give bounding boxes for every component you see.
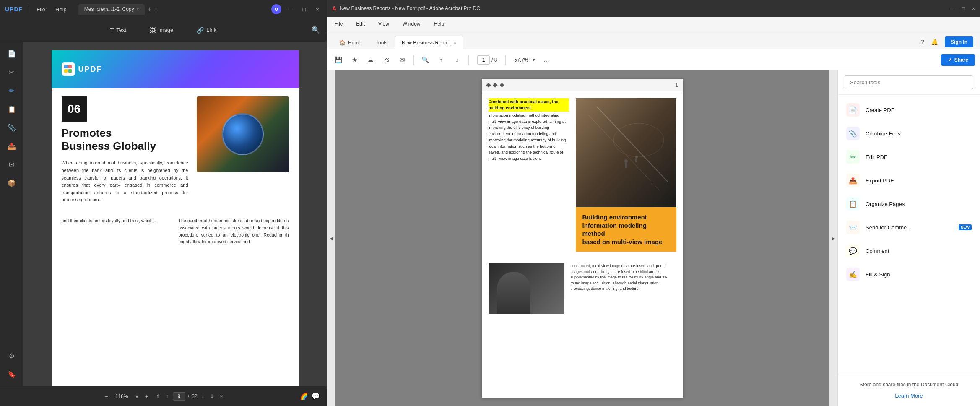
building-svg: [576, 98, 676, 207]
acrobat-highlighted-text: Combined with practical cases, the build…: [489, 98, 569, 112]
svg-rect-1: [68, 65, 72, 68]
updf-tab-close[interactable]: ×: [137, 7, 139, 12]
updf-color-icon[interactable]: 🌈: [300, 392, 308, 400]
acrobat-tool-comment[interactable]: 💬 Comment: [838, 239, 980, 263]
updf-col-right-text: The number of human mistakes, labor and …: [179, 218, 289, 244]
updf-image-label: Image: [158, 27, 173, 33]
sidebar-icon-settings[interactable]: ⚙: [3, 347, 20, 364]
updf-zoom-value: 118%: [112, 393, 131, 399]
acrobat-window-controls: — □ ×: [950, 5, 975, 12]
acrobat-close-btn[interactable]: ×: [972, 5, 975, 12]
acrobat-main: ◀ 1 Combined with practical cases, the b…: [327, 70, 980, 406]
updf-current-page[interactable]: [173, 392, 185, 401]
acrobat-upload-btn[interactable]: ↑: [435, 54, 447, 66]
updf-avatar[interactable]: U: [271, 4, 281, 14]
updf-image-tool[interactable]: 🖼 Image: [145, 24, 178, 36]
acrobat-download-btn[interactable]: ↓: [451, 54, 463, 66]
globe-circle: [222, 113, 264, 155]
acrobat-page-input[interactable]: [477, 55, 490, 65]
acrobat-page-container: 1 Combined with practical cases, the bui…: [482, 79, 683, 398]
acrobat-minimize-btn[interactable]: —: [950, 5, 955, 12]
sidebar-icon-export[interactable]: 📤: [3, 138, 20, 154]
sidebar-icon-forms[interactable]: 📋: [3, 101, 20, 117]
sidebar-icon-bookmark[interactable]: 🔖: [3, 366, 20, 383]
acrobat-signin-btn[interactable]: Sign In: [945, 36, 973, 47]
acrobat-doc-left: Combined with practical cases, the build…: [489, 98, 569, 252]
sidebar-icon-annotate[interactable]: ✏: [3, 82, 20, 99]
acrobat-bookmark-btn[interactable]: ★: [348, 54, 361, 66]
acrobat-cloud-btn[interactable]: ☁: [364, 54, 377, 66]
updf-nav-last[interactable]: ⇓: [208, 393, 216, 400]
fill-sign-icon: ✍: [849, 271, 857, 278]
acrobat-save-icon: 💾: [335, 56, 343, 64]
acrobat-bell-icon[interactable]: 🔔: [931, 39, 938, 45]
updf-minimize-btn[interactable]: —: [286, 6, 295, 13]
updf-tab-overflow[interactable]: ⌄: [154, 6, 158, 12]
export-pdf-icon-box: 📤: [846, 174, 860, 187]
acrobat-help-icon[interactable]: ?: [921, 39, 924, 45]
updf-nav-next[interactable]: ↓: [200, 393, 206, 400]
updf-maximize-btn[interactable]: □: [300, 6, 308, 13]
toolbar-divider-2: [468, 55, 469, 65]
acrobat-search-tools: [838, 70, 980, 95]
acrobat-tab-doc-close[interactable]: ×: [454, 41, 456, 45]
comment-icon: 💬: [849, 247, 857, 255]
updf-link-tool[interactable]: 🔗 Link: [192, 24, 221, 36]
updf-tab-add[interactable]: +: [147, 5, 151, 13]
acrobat-learn-more-link[interactable]: Learn More: [895, 393, 923, 399]
acrobat-email-btn[interactable]: ✉: [396, 54, 408, 66]
sidebar-icon-pages[interactable]: 📄: [3, 45, 20, 62]
acrobat-more-btn[interactable]: ...: [543, 56, 549, 64]
updf-menu-file[interactable]: File: [33, 5, 49, 14]
updf-close-btn[interactable]: ×: [313, 6, 322, 13]
acrobat-share-btn[interactable]: ↗ Share: [941, 54, 975, 66]
acrobat-tool-edit-pdf[interactable]: ✏ Edit PDF: [838, 145, 980, 169]
updf-comment-icon[interactable]: 💬: [312, 392, 320, 400]
acrobat-save-btn[interactable]: 💾: [332, 54, 345, 66]
sidebar-icon-protect[interactable]: 📎: [3, 119, 20, 136]
sidebar-icon-ocr[interactable]: 📦: [3, 174, 20, 191]
updf-zoom-in-btn[interactable]: +: [143, 392, 151, 401]
updf-menu-help[interactable]: Help: [52, 5, 70, 14]
acrobat-search-tools-input[interactable]: [845, 75, 973, 89]
acrobat-right-collapse[interactable]: ▶: [829, 70, 837, 406]
updf-page-logo-icon: [62, 62, 75, 76]
combine-icon: 📎: [849, 130, 857, 138]
acrobat-tool-organize[interactable]: 📋 Organize Pages: [838, 192, 980, 216]
updf-nav-prev[interactable]: ↑: [164, 393, 170, 400]
acrobat-menu-file[interactable]: File: [332, 19, 345, 29]
acrobat-tool-send-comment[interactable]: 📨 Send for Comme... NEW: [838, 216, 980, 239]
updf-zoom-out-btn[interactable]: −: [102, 392, 110, 401]
acrobat-tool-fill-sign[interactable]: ✍ Fill & Sign: [838, 263, 980, 286]
acrobat-orange-title: Building environment information modelin…: [582, 213, 670, 246]
acrobat-search-btn[interactable]: 🔍: [419, 54, 432, 66]
updf-text-tool[interactable]: T Text: [105, 24, 131, 36]
acrobat-tab-document[interactable]: New Business Repo... ×: [395, 36, 463, 49]
acrobat-maximize-btn[interactable]: □: [962, 5, 965, 12]
acrobat-tool-export-pdf[interactable]: 📤 Export PDF: [838, 169, 980, 192]
acrobat-left-collapse[interactable]: ◀: [327, 70, 335, 406]
sidebar-icon-edit[interactable]: ✂: [3, 64, 20, 81]
acrobat-tab-tools[interactable]: Tools: [369, 36, 395, 49]
updf-zoom-dropdown[interactable]: ▾: [133, 392, 141, 401]
acrobat-right-controls: ? 🔔 Sign In: [914, 36, 980, 49]
acrobat-print-btn[interactable]: 🖨: [380, 54, 393, 66]
acrobat-menu-edit[interactable]: Edit: [354, 19, 367, 29]
acrobat-zoom-dropdown[interactable]: ▾: [533, 57, 535, 62]
acrobat-menu-help[interactable]: Help: [432, 19, 447, 29]
acrobat-tool-combine[interactable]: 📎 Combine Files: [838, 122, 980, 145]
acrobat-tab-home[interactable]: 🏠 Home: [332, 36, 369, 49]
updf-nav-close[interactable]: ×: [218, 393, 225, 400]
svg-rect-4: [576, 98, 676, 207]
updf-search-icon[interactable]: 🔍: [312, 26, 320, 34]
sidebar-icon-share[interactable]: ✉: [3, 156, 20, 173]
updf-col-left-text: and their clients fosters loyalty and tr…: [62, 218, 156, 223]
acrobat-tool-create-pdf[interactable]: 📄 Create PDF: [838, 98, 980, 122]
updf-page-number: 06: [62, 96, 87, 122]
acrobat-menu-window[interactable]: Window: [400, 19, 423, 29]
acrobat-bookmark-icon: ★: [352, 56, 357, 64]
updf-nav-first[interactable]: ⇑: [154, 393, 162, 400]
acrobat-search-icon: 🔍: [421, 56, 429, 64]
acrobat-menu-view[interactable]: View: [376, 19, 392, 29]
updf-tab-active[interactable]: Mes_prem...1-2_Copy ×: [78, 4, 145, 15]
